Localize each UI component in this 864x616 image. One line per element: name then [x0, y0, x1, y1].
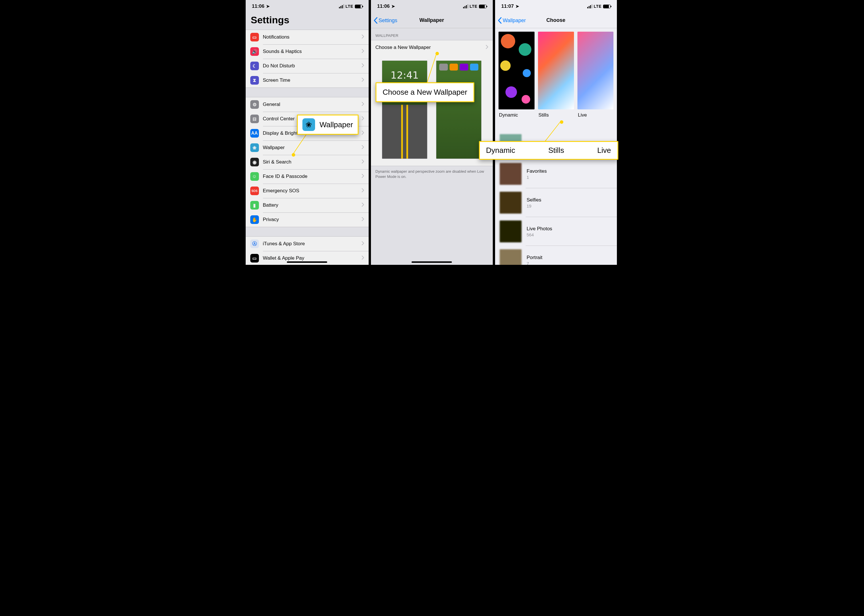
callout-wallpaper: ❀ Wallpaper — [297, 115, 359, 135]
row-label: Siri & Search — [263, 159, 362, 165]
clock: 11:06 — [252, 3, 264, 9]
notifications-icon: ▭ — [250, 33, 259, 41]
album-thumb — [500, 249, 522, 265]
chevron-right-icon — [362, 131, 364, 136]
album-text: Selfies19 — [527, 197, 612, 208]
category-label: Stills — [538, 109, 574, 118]
row-label: iTunes & App Store — [263, 241, 362, 247]
nav-bar: Settings Wallpaper — [371, 13, 493, 28]
row-label: Privacy — [263, 217, 362, 223]
screen-wallpaper: 11:06 ➤ LTE Settings Wallpaper WALLPAPER… — [370, 0, 494, 265]
nav-title: Wallpaper — [419, 17, 444, 23]
album-text: Portrait7 — [527, 255, 612, 265]
settings-row-screentime[interactable]: ⧗Screen Time — [246, 73, 369, 88]
display-icon: AA — [250, 129, 259, 138]
chevron-left-icon — [498, 17, 502, 24]
location-arrow-icon: ➤ — [391, 4, 395, 9]
three-up-container: 11:06 ➤ LTE Settings ▭Notifications🔊Soun… — [246, 0, 618, 265]
status-bar: 11:06 ➤ LTE — [371, 0, 493, 13]
callout-categories: Dynamic Stills Live — [479, 141, 618, 160]
row-label: Face ID & Passcode — [263, 174, 362, 179]
wallet-icon: ▭ — [250, 254, 259, 262]
controlcenter-icon: ⊟ — [250, 115, 259, 123]
signal-bars-icon — [463, 4, 468, 8]
settings-row-notifications[interactable]: ▭Notifications — [246, 30, 369, 44]
sounds-icon: 🔊 — [250, 47, 259, 56]
back-button[interactable]: Settings — [374, 13, 397, 28]
network-label: LTE — [346, 4, 353, 9]
home-indicator[interactable] — [287, 261, 327, 263]
settings-row-general[interactable]: ⚙General — [246, 97, 369, 112]
annotation-dot — [292, 153, 295, 157]
album-row-livep[interactable]: Live Photos564 — [495, 217, 617, 246]
chevron-left-icon — [374, 17, 378, 24]
settings-row-sos[interactable]: SOSEmergency SOS — [246, 184, 369, 198]
callout-choose-new: Choose a New Wallpaper — [376, 82, 475, 102]
settings-scroll[interactable]: Settings ▭Notifications🔊Sounds & Haptics… — [246, 13, 369, 265]
wallpaper-previews: 12:41 — [371, 55, 493, 166]
wallpaper-icon: ❀ — [302, 118, 315, 131]
location-arrow-icon: ➤ — [266, 4, 270, 9]
chevron-right-icon — [362, 203, 364, 208]
wallpaper-category-grid: Dynamic Stills Live — [495, 28, 617, 121]
home-indicator[interactable] — [412, 261, 452, 263]
settings-row-sounds[interactable]: 🔊Sounds & Haptics — [246, 44, 369, 59]
album-text: Live Photos564 — [527, 226, 612, 237]
faceid-icon: ☺ — [250, 172, 259, 181]
siri-icon: ◉ — [250, 158, 259, 167]
settings-row-dnd[interactable]: ☾Do Not Disturb — [246, 59, 369, 73]
category-live[interactable]: Live — [578, 31, 614, 118]
clock: 11:07 — [501, 3, 514, 9]
category-dynamic[interactable]: Dynamic — [499, 31, 535, 118]
album-row-fav[interactable]: Favorites1 — [495, 159, 617, 188]
chevron-right-icon — [362, 159, 364, 165]
status-bar: 11:07 ➤ LTE — [495, 0, 617, 13]
lockscreen-preview[interactable]: 12:41 — [382, 60, 427, 159]
row-label: Do Not Disturb — [263, 63, 362, 69]
chevron-right-icon — [362, 145, 364, 150]
screen-settings: 11:06 ➤ LTE Settings ▭Notifications🔊Soun… — [246, 0, 370, 265]
chevron-right-icon — [362, 256, 364, 261]
choose-new-wallpaper-row[interactable]: Choose a New Wallpaper — [371, 40, 493, 55]
row-label: General — [263, 102, 362, 107]
settings-group: ⒶiTunes & App Store▭Wallet & Apple Pay — [246, 236, 369, 265]
album-thumb — [500, 163, 522, 185]
chevron-right-icon — [362, 35, 364, 40]
settings-row-siri[interactable]: ◉Siri & Search — [246, 155, 369, 169]
annotation-dot — [436, 52, 439, 55]
row-label: Wallet & Apple Pay — [263, 255, 362, 261]
battery-icon — [355, 5, 362, 8]
wallpaper-list: Choose a New Wallpaper 12:41 — [371, 40, 493, 166]
wallpaper-icon: ❀ — [250, 143, 259, 152]
battery-icon: ▮ — [250, 201, 259, 209]
category-stills[interactable]: Stills — [538, 31, 574, 118]
settings-row-itunes[interactable]: ⒶiTunes & App Store — [246, 237, 369, 251]
nav-bar: Wallpaper Choose — [495, 13, 617, 28]
battery-icon — [479, 5, 486, 8]
settings-row-faceid[interactable]: ☺Face ID & Passcode — [246, 169, 369, 184]
annotation-dot — [560, 120, 563, 124]
chevron-right-icon — [362, 49, 364, 54]
chevron-right-icon — [362, 78, 364, 83]
settings-row-battery[interactable]: ▮Battery — [246, 198, 369, 212]
homescreen-preview[interactable] — [436, 60, 482, 159]
settings-row-privacy[interactable]: ✋Privacy — [246, 212, 369, 227]
clock: 11:06 — [377, 3, 390, 9]
settings-row-wallpaper[interactable]: ❀Wallpaper — [246, 140, 369, 155]
chevron-right-icon — [362, 63, 364, 69]
settings-group: ▭Notifications🔊Sounds & Haptics☾Do Not D… — [246, 30, 369, 88]
section-header: WALLPAPER — [371, 28, 493, 40]
album-text: Favorites1 — [527, 168, 612, 180]
album-row-self[interactable]: Selfies19 — [495, 188, 617, 217]
itunes-icon: Ⓐ — [250, 239, 259, 248]
row-label: Notifications — [263, 34, 362, 40]
album-row-portrait[interactable]: Portrait7 — [495, 246, 617, 265]
signal-bars-icon — [587, 4, 592, 8]
row-label: Sounds & Haptics — [263, 49, 362, 54]
album-thumb — [500, 220, 522, 242]
sos-icon: SOS — [250, 187, 259, 195]
chevron-right-icon — [362, 174, 364, 179]
status-bar: 11:06 ➤ LTE — [246, 0, 369, 13]
back-button[interactable]: Wallpaper — [498, 13, 526, 28]
row-label: Wallpaper — [263, 145, 362, 151]
